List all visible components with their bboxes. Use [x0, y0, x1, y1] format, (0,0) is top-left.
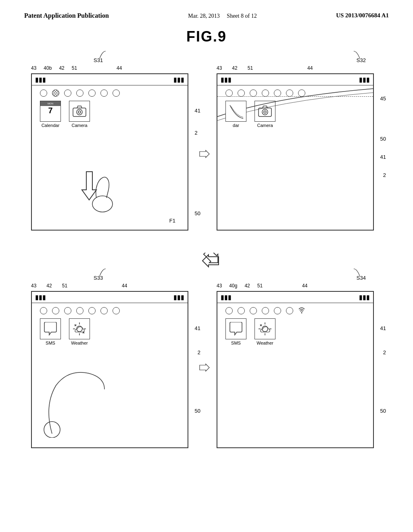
calendar-icon-s32: [225, 101, 246, 122]
weather-label-s33: Weather: [71, 341, 88, 345]
svg-point-4: [92, 196, 113, 212]
ref-43-s34: 43: [217, 283, 222, 289]
signal-icon-s32: ▮▮▮: [221, 76, 232, 83]
ref-nums-top-s32: 43 42 51 44: [217, 65, 313, 71]
phone-frame-s34: ▮▮▮ ▮▮▮: [217, 291, 374, 448]
camera-app-s32: Camera: [254, 101, 275, 128]
status-bar-s31: ▮▮▮ ▮▮▮: [32, 74, 188, 85]
dot-1-s31: [40, 89, 47, 97]
panel-s31: S31 43 40b 42 51 44 ▮▮▮ ▮▮▮: [27, 55, 200, 249]
ref-51-s34: 51: [257, 283, 263, 289]
ref-44-s32: 44: [307, 65, 313, 71]
dot-2-s34: [238, 307, 245, 314]
ref-44-s33: 44: [122, 283, 127, 289]
camera-label-s31: Camera: [71, 123, 87, 128]
camera-app-s31: Camera: [69, 101, 90, 128]
svg-point-20: [44, 422, 60, 438]
sms-label-s34: SMS: [231, 341, 241, 345]
phone-frame-s33: ▮▮▮ ▮▮▮: [31, 291, 188, 448]
dot-6-s34: [286, 307, 293, 314]
signal-icon2-s31: ▮▮▮: [173, 76, 184, 83]
ref-nums-top-s31: 43 40b 42 51 44: [31, 65, 122, 71]
signal-icon-s33: ▮▮▮: [35, 293, 46, 301]
dot-2-s33: [52, 307, 59, 314]
camera-icon-s31: [69, 101, 90, 122]
dot-5-s34: [274, 307, 281, 314]
svg-marker-21: [200, 364, 209, 371]
ref-41-s34: 41: [380, 325, 386, 331]
svg-point-1: [77, 109, 82, 115]
panel-s33: S33 43 42 51 44 ▮▮▮ ▮▮▮: [27, 273, 200, 466]
main-content: FIG.9 S31 43 40b 42 51 44: [0, 24, 413, 480]
dashed-line-s32: [217, 96, 373, 97]
dot-3-s31: [64, 89, 71, 97]
dot-2-s31: [52, 89, 59, 97]
apps-row-s31: MON 7 Calendar: [32, 99, 188, 130]
ref-45: 45: [380, 96, 386, 102]
status-bar-s34: ▮▮▮ ▮▮▮: [217, 292, 373, 303]
ref-40g: 40g: [229, 283, 237, 289]
phone-frame-s32: ▮▮▮ ▮▮▮: [217, 73, 374, 231]
ref-42-s32: 42: [232, 65, 237, 71]
apps-row-s34: SMS: [217, 316, 373, 347]
header-publication-label: Patent Application Publication: [24, 12, 109, 19]
weather-icon-s33: [69, 318, 90, 339]
ref-44-s34: 44: [302, 283, 307, 289]
arrow-right-bottom: [198, 360, 211, 376]
panel-s34: S34 43 40g 42 51 44 ▮▮▮ ▮▮▮: [213, 273, 386, 466]
weather-icon-s34: [254, 318, 275, 339]
weather-app-s34: Weather: [254, 318, 275, 345]
svg-marker-3: [82, 172, 96, 200]
header-date: Mar. 28, 2013: [188, 13, 220, 19]
dot-4-s34: [262, 307, 269, 314]
sms-app-s34: SMS: [225, 318, 246, 345]
ref-44-s31: 44: [117, 65, 122, 71]
dot-6-s33: [100, 307, 108, 314]
ref-42-s31: 42: [59, 65, 64, 71]
header-sheet: Sheet 8 of 12: [227, 13, 257, 19]
ref-nums-top-s34: 43 40g 42 51 44: [217, 283, 307, 289]
dot-6-s31: [100, 89, 108, 97]
ref-50-s31: 50: [195, 210, 200, 216]
dots-row-s33: [32, 303, 188, 316]
step-label-s34: S34: [357, 275, 366, 281]
step-label-s31: S31: [94, 57, 103, 63]
dots-row-s34: [217, 303, 373, 316]
page-header: Patent Application Publication Mar. 28, …: [0, 0, 413, 24]
dot-3-s34: [250, 307, 257, 314]
dot-1-s34: [225, 307, 233, 314]
ref-43-s32: 43: [217, 65, 222, 71]
status-bar-s33: ▮▮▮ ▮▮▮: [32, 292, 188, 303]
dot-7-s33: [113, 307, 120, 314]
gesture-s31: [72, 168, 121, 218]
ref-2-s33: 2: [198, 349, 200, 355]
header-date-sheet: Mar. 28, 2013 Sheet 8 of 12: [188, 12, 257, 20]
header-patent-number: US 2013/0076684 A1: [336, 12, 389, 19]
calendar-icon-s31: MON 7: [40, 101, 61, 122]
sms-icon-s33: [40, 318, 61, 339]
dot-3-s33: [64, 307, 71, 314]
step-label-s33: S33: [94, 275, 103, 281]
ref-50-s32: 50: [380, 136, 386, 142]
finger-gesture-svg: [72, 168, 121, 216]
signal-icon-s34: ▮▮▮: [221, 293, 232, 301]
dot-4-s31: [76, 89, 83, 97]
right-refs-s31: 41 2: [195, 108, 200, 136]
calendar-app-s31: MON 7 Calendar: [40, 101, 61, 128]
calendar-label-s32: dar: [233, 123, 239, 128]
ref-40b: 40b: [44, 65, 52, 71]
dot-4-s33: [76, 307, 83, 314]
weather-label-s34: Weather: [257, 341, 273, 345]
ref-42-s33: 42: [46, 283, 52, 289]
camera-icon-s32: [254, 101, 275, 122]
step-label-s32: S32: [357, 57, 366, 63]
f1-label: F1: [169, 218, 175, 224]
ref-51-s33: 51: [62, 283, 67, 289]
svg-point-2: [78, 111, 81, 113]
signal-icon2-s33: ▮▮▮: [173, 293, 184, 301]
wifi-icon-s34: [298, 307, 305, 314]
sms-app-s33: SMS: [40, 318, 61, 345]
ref-nums-top-s33: 43 42 51 44: [31, 283, 127, 289]
svg-point-7: [264, 111, 266, 113]
status-bar-s32: ▮▮▮ ▮▮▮: [217, 74, 373, 85]
